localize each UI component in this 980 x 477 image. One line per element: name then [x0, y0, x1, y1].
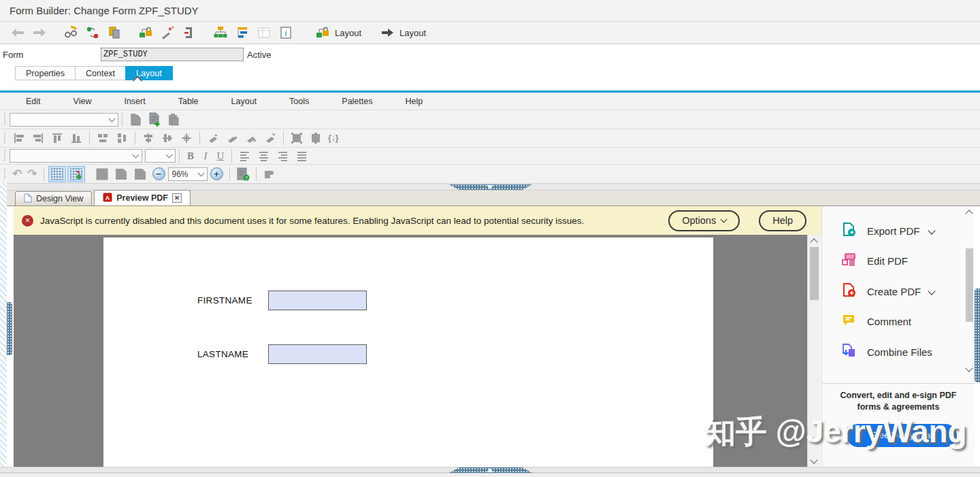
menu-palettes[interactable]: Palettes	[325, 97, 389, 106]
center-horizontal-icon[interactable]	[140, 131, 157, 146]
tab-context[interactable]: Context	[75, 66, 126, 80]
back-icon[interactable]	[10, 25, 26, 40]
forward-icon[interactable]	[31, 25, 48, 40]
text-align-center-icon[interactable]	[256, 148, 272, 163]
tool-export-pdf[interactable]: Export PDF	[822, 216, 962, 246]
scroll-up-icon[interactable]	[810, 238, 817, 246]
redo-icon[interactable]: ↷	[27, 167, 37, 181]
anchor-icon[interactable]	[181, 25, 197, 40]
display-change-icon[interactable]	[63, 25, 79, 40]
documentation-icon[interactable]: i	[278, 25, 294, 40]
zoom-out-button[interactable]: −	[152, 167, 165, 180]
menu-edit[interactable]: Edit	[10, 97, 57, 106]
pdf-scrollbar-thumb[interactable]	[810, 247, 819, 300]
page-view-icon[interactable]	[94, 167, 110, 182]
zoom-level-combobox[interactable]: 96%	[168, 167, 208, 181]
horizontal-splitter[interactable]	[0, 467, 980, 473]
show-grid-toggle[interactable]	[48, 166, 66, 182]
chevron-down-icon[interactable]	[928, 227, 935, 234]
toolbar-grip[interactable]	[3, 114, 6, 126]
goto-layout-button[interactable]: Layout	[379, 25, 426, 40]
tab-order-icon[interactable]: ?	[235, 167, 251, 182]
align-left-icon[interactable]	[11, 131, 27, 146]
toolbar-grip[interactable]	[3, 168, 6, 180]
tool-edit-pdf[interactable]: Edit PDF	[822, 246, 962, 276]
align-bottom-icon[interactable]	[68, 131, 84, 146]
firstname-field[interactable]	[268, 291, 367, 310]
snap-to-grid-toggle[interactable]	[67, 166, 85, 182]
menu-view[interactable]: View	[57, 97, 108, 106]
match-height-icon[interactable]	[114, 131, 130, 146]
tool-comment[interactable]: Comment	[822, 306, 962, 336]
chevron-down-icon[interactable]	[928, 287, 935, 295]
menu-help[interactable]: Help	[389, 97, 439, 106]
left-splitter-handle[interactable]	[7, 302, 12, 355]
hierarchy-icon[interactable]	[212, 25, 229, 40]
help-button[interactable]: Help	[759, 210, 806, 231]
font-family-combobox[interactable]	[10, 149, 142, 163]
copy-icon[interactable]	[106, 25, 122, 40]
tab-preview-pdf[interactable]: A Preview PDF ✕	[94, 190, 191, 205]
tab-properties[interactable]: Properties	[15, 66, 76, 80]
object-editor-icon[interactable]	[261, 167, 278, 182]
check-icon[interactable]	[84, 25, 101, 40]
new-form-icon[interactable]	[127, 112, 144, 127]
wizard-icon[interactable]	[159, 25, 176, 40]
align-top-icon[interactable]	[49, 131, 65, 146]
italic-button[interactable]: I	[198, 150, 213, 162]
tools-panel-scrollbar[interactable]	[964, 208, 975, 374]
menu-layout[interactable]: Layout	[215, 97, 274, 106]
close-icon[interactable]: ✕	[172, 193, 182, 203]
fit-page-icon[interactable]	[308, 131, 324, 146]
align-right-icon[interactable]	[30, 131, 46, 146]
fit-object-icon[interactable]	[289, 131, 305, 146]
splitter-collapse-handle[interactable]	[449, 184, 532, 190]
new-data-view-icon[interactable]	[146, 112, 163, 127]
text-align-right-icon[interactable]	[275, 148, 291, 163]
scroll-up-icon[interactable]	[965, 210, 973, 217]
center-both-icon[interactable]	[178, 131, 195, 146]
underline-button[interactable]: U	[213, 150, 228, 162]
flip-horizontal-icon[interactable]	[243, 131, 259, 146]
tool-create-pdf[interactable]: Create PDF	[822, 276, 962, 306]
text-justify-icon[interactable]	[294, 148, 310, 163]
scroll-down-icon[interactable]	[810, 456, 817, 463]
lastname-field[interactable]	[268, 344, 367, 364]
table-icon[interactable]	[256, 25, 272, 40]
toolbar-grip[interactable]	[3, 150, 6, 162]
rotate-left-icon[interactable]	[205, 131, 221, 146]
zoom-in-button[interactable]: +	[210, 167, 223, 180]
undo-icon[interactable]: ↶	[12, 167, 22, 181]
bold-button[interactable]: B	[183, 150, 198, 162]
tools-panel-scrollbar-thumb[interactable]	[966, 248, 973, 322]
tab-layout[interactable]: Layout	[125, 66, 173, 80]
master-page-icon[interactable]	[113, 167, 129, 182]
text-align-left-icon[interactable]	[237, 148, 253, 163]
free-trial-button[interactable]: Free 7-Day Trial	[847, 424, 957, 447]
pdf-scrollbar[interactable]	[807, 235, 821, 467]
flip-vertical-icon[interactable]	[262, 131, 278, 146]
match-width-icon[interactable]	[95, 131, 111, 146]
tool-combine-files[interactable]: Combine Files	[822, 337, 962, 367]
xml-source-icon[interactable]	[132, 167, 148, 182]
object-library-combobox[interactable]	[10, 113, 118, 127]
options-button[interactable]: Options	[668, 210, 740, 231]
right-splitter-handle[interactable]	[975, 289, 980, 382]
paste-icon[interactable]	[165, 112, 182, 127]
layout-button[interactable]: Layout	[314, 25, 361, 40]
center-vertical-icon[interactable]	[159, 131, 176, 146]
tab-design-view[interactable]: Design View	[15, 191, 92, 205]
splitter-collapse-handle[interactable]	[449, 467, 532, 473]
menu-insert[interactable]: Insert	[108, 97, 161, 106]
scroll-down-icon[interactable]	[965, 364, 973, 372]
form-name-input[interactable]	[101, 48, 244, 61]
sap-toolbar: i Layout Layout	[0, 22, 980, 44]
menu-tools[interactable]: Tools	[273, 97, 325, 106]
auto-size-icon[interactable]: {↓}	[328, 133, 338, 143]
font-size-combobox[interactable]	[145, 149, 176, 163]
toolbar-grip[interactable]	[3, 132, 6, 144]
menu-table[interactable]: Table	[162, 97, 215, 106]
rotate-right-icon[interactable]	[224, 131, 240, 146]
assign-layout-icon[interactable]	[137, 25, 154, 40]
structure-icon[interactable]	[234, 25, 250, 40]
